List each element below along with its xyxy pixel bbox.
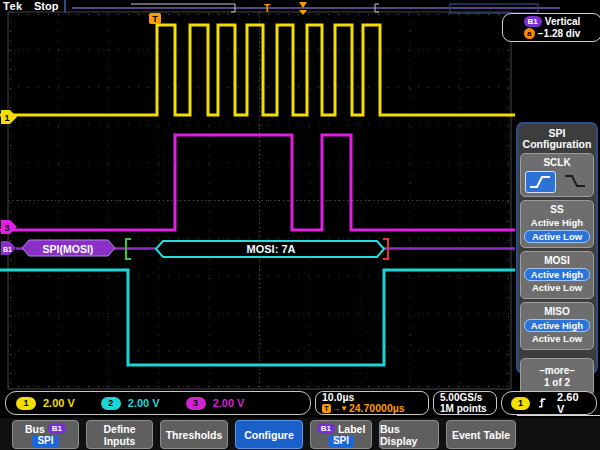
label-pill: SPI	[328, 435, 354, 447]
b1-badge: B1	[317, 423, 335, 434]
sclk-falling-edge-button[interactable]	[561, 171, 590, 191]
falling-edge-icon	[563, 173, 587, 189]
record-length: 1M points	[440, 403, 487, 414]
miso-section: MISO Active High Active Low	[520, 302, 594, 350]
bus-type-pill: SPI	[32, 435, 58, 447]
record-trigger-marker: T	[264, 3, 270, 14]
trigger-slope-icon	[538, 396, 549, 410]
mosi-label: MOSI	[521, 254, 593, 267]
menu-bus-button[interactable]: Bus B1 SPI	[12, 420, 79, 449]
menu-thresholds-button[interactable]: Thresholds	[160, 420, 228, 449]
mosi-active-high-option[interactable]: Active High	[524, 268, 590, 281]
ss-active-low-option[interactable]: Active Low	[524, 230, 590, 243]
timebase-readout[interactable]: 10.0µs T→▼24.70000µs	[315, 391, 429, 415]
menu-configure-button[interactable]: Configure	[235, 420, 303, 449]
miso-active-low-option[interactable]: Active Low	[525, 333, 589, 345]
ss-section: SS Active High Active Low	[520, 200, 594, 248]
ch1-badge: 1	[16, 397, 36, 410]
svg-text:3: 3	[4, 223, 9, 233]
svg-text:T: T	[152, 14, 158, 24]
signal-traces	[0, 25, 515, 365]
trigger-readout[interactable]: 1 2.60 V	[501, 391, 597, 415]
trigger-level-value: 2.60 V	[557, 391, 587, 415]
trigger-delay-readout: T→▼24.70000µs	[322, 403, 405, 414]
trigger-delay-value: 24.70000µs	[349, 403, 405, 414]
ch3-badge: 3	[186, 397, 206, 410]
svg-text:B1: B1	[3, 246, 12, 253]
acquisition-readout[interactable]: 5.00GS/s 1M points	[433, 391, 497, 415]
delay-arrows-icon: →▼	[332, 403, 348, 414]
bus-decode-value: MOSI: 7A	[247, 243, 296, 255]
sample-rate: 5.00GS/s	[440, 392, 482, 403]
ch2-badge: 2	[101, 397, 121, 410]
vertical-position-value: −1.28 div	[538, 28, 581, 39]
ch3-readout[interactable]: 3 2.00 V	[186, 397, 245, 410]
ss-trace	[0, 270, 515, 365]
mosi-trace	[0, 135, 515, 230]
spi-configuration-panel: SPI Configuration SCLK SS Active Hig	[516, 122, 598, 374]
b1-badge: B1	[524, 16, 542, 27]
ss-label: SS	[521, 203, 593, 216]
expansion-point-icon	[299, 2, 307, 8]
ch1-scale: 2.00 V	[43, 397, 75, 409]
trigger-flag-icon: T	[322, 404, 331, 413]
miso-active-high-option[interactable]: Active High	[524, 319, 590, 332]
oscilloscope-screen: Tek Stop T T 1 3 B1	[0, 0, 600, 450]
multipurpose-knob-a-icon: a	[524, 28, 535, 39]
sclk-rising-edge-button[interactable]	[525, 171, 556, 193]
channel-readouts[interactable]: 1 2.00 V 2 2.00 V 3 2.00 V	[5, 391, 311, 415]
waveform-display: T T 1 3 B1 SPI(MOSI) MO	[0, 0, 600, 392]
record-view-bar: T	[72, 2, 560, 15]
bottom-menu: Bus B1 SPI Define Inputs Thresholds Conf…	[0, 418, 600, 450]
menu-bus-display-button[interactable]: Bus Display	[379, 420, 439, 449]
vertical-label: Vertical	[545, 16, 581, 27]
mosi-active-low-option[interactable]: Active Low	[525, 282, 589, 294]
ch2-readout[interactable]: 2 2.00 V	[101, 397, 160, 410]
ch1-readout[interactable]: 1 2.00 V	[16, 397, 75, 410]
ss-active-high-option[interactable]: Active High	[525, 217, 589, 229]
menu-label-button[interactable]: B1 Label SPI	[310, 420, 372, 449]
panel-title: SPI Configuration	[519, 125, 595, 152]
sclk-section: SCLK	[520, 153, 594, 197]
status-bar: 1 2.00 V 2 2.00 V 3 2.00 V 10.0µs T→▼24.…	[0, 390, 600, 417]
miso-label: MISO	[521, 305, 593, 318]
bus-label: SPI(MOSI)	[43, 243, 94, 255]
sclk-trace	[0, 25, 515, 115]
graticule	[8, 12, 511, 389]
svg-text:1: 1	[4, 113, 9, 123]
trigger-source-badge: 1	[511, 397, 530, 410]
sclk-label: SCLK	[521, 156, 593, 169]
menu-define-inputs-button[interactable]: Define Inputs	[86, 420, 153, 449]
rising-edge-icon	[528, 174, 552, 190]
menu-event-table-button[interactable]: Event Table	[446, 420, 516, 449]
ch2-scale: 2.00 V	[128, 397, 160, 409]
b1-vertical-readout: B1 Vertical a −1.28 div	[502, 13, 600, 42]
mosi-section: MOSI Active High Active Low	[520, 251, 594, 299]
ch3-scale: 2.00 V	[213, 397, 245, 409]
b1-badge: B1	[48, 423, 66, 434]
